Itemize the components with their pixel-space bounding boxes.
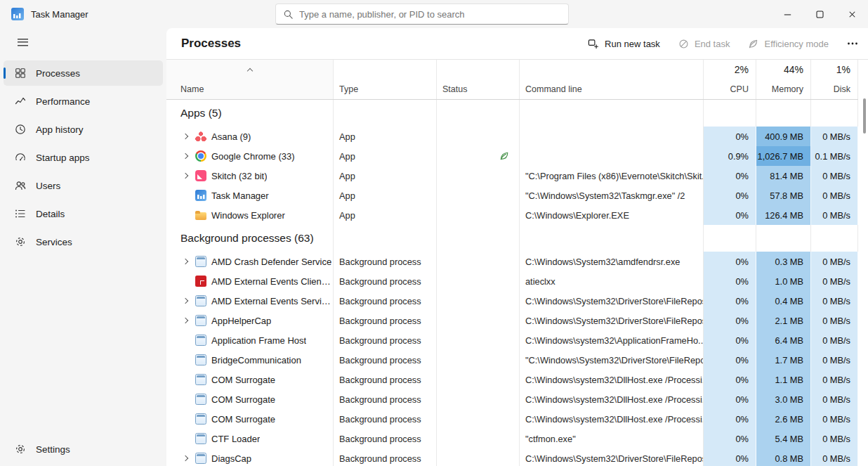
process-row[interactable]: AMD Crash Defender Service Background pr… <box>166 252 858 271</box>
process-name-cell: Skitch (32 bit) <box>166 166 334 186</box>
process-row[interactable]: Task Manager App "C:\Windows\System32\Ta… <box>166 186 858 205</box>
process-group-header[interactable]: Apps (5) <box>166 100 858 127</box>
process-row[interactable]: Skitch (32 bit) App "C:\Program Files (x… <box>166 166 858 186</box>
efficiency-mode-button[interactable]: Efficiency mode <box>748 39 829 49</box>
process-memory: 5.4 MB <box>756 429 811 448</box>
process-command-line: C:\Windows\Explorer.EXE <box>520 205 704 225</box>
chrome-icon <box>195 150 206 162</box>
sidebar-item-settings[interactable]: Settings <box>4 436 70 462</box>
expand-chevron-icon[interactable] <box>180 299 190 303</box>
expand-chevron-icon[interactable] <box>180 259 190 264</box>
search-input[interactable] <box>299 9 561 20</box>
process-row[interactable]: COM Surrogate Background process C:\Wind… <box>166 370 858 389</box>
process-row[interactable]: AppHelperCap Background process C:\Windo… <box>166 311 858 330</box>
process-row[interactable]: AMD External Events Service ... Backgrou… <box>166 291 858 311</box>
column-header-command-line[interactable]: Command line <box>520 60 704 99</box>
expand-chevron-icon[interactable] <box>180 154 190 158</box>
process-memory: 1.7 MB <box>756 350 811 370</box>
process-row[interactable]: DiagsCap Background process C:\Windows\S… <box>166 448 858 466</box>
process-row[interactable]: COM Surrogate Background process C:\Wind… <box>166 409 858 429</box>
column-header-name[interactable]: Name <box>166 60 334 99</box>
scrollbar-thumb[interactable] <box>863 98 866 134</box>
expand-chevron-icon[interactable] <box>180 134 190 138</box>
process-status <box>437 291 520 311</box>
group-cell <box>756 225 811 252</box>
processes-icon <box>15 67 26 79</box>
sidebar-item-label: Users <box>36 181 60 191</box>
sidebar-item-users[interactable]: Users <box>4 173 163 198</box>
process-status <box>437 186 520 205</box>
title-bar-left: Task Manager <box>0 8 88 20</box>
window-icon <box>195 315 206 326</box>
process-disk: 0.1 MB/s <box>811 146 858 166</box>
process-row[interactable]: Asana (9) App 0% 400.9 MB 0 MB/s <box>166 127 858 146</box>
sidebar-item-processes[interactable]: Processes <box>4 60 163 86</box>
group-cell <box>520 100 704 127</box>
group-cell <box>520 225 704 252</box>
run-new-task-icon <box>588 38 599 49</box>
sidebar-item-label: Services <box>36 237 72 247</box>
sidebar-item-app-history[interactable]: App history <box>4 117 163 142</box>
process-row[interactable]: CTF Loader Background process "ctfmon.ex… <box>166 429 858 448</box>
process-memory: 81.4 MB <box>756 166 811 186</box>
process-group-header[interactable]: Background processes (63) <box>166 225 858 252</box>
column-header-disk[interactable]: 1% Disk <box>811 60 858 99</box>
window-icon <box>195 394 206 405</box>
search-box[interactable] <box>275 4 569 25</box>
column-header-status[interactable]: Status <box>437 60 520 99</box>
process-name: AMD External Events Service ... <box>211 296 333 306</box>
expand-chevron-icon[interactable] <box>180 174 190 178</box>
search-icon <box>283 9 294 20</box>
skitch-icon <box>195 170 206 181</box>
process-disk: 0 MB/s <box>811 330 858 350</box>
process-row[interactable]: COM Surrogate Background process C:\Wind… <box>166 389 858 409</box>
task-manager-icon <box>195 190 206 201</box>
end-task-button[interactable]: End task <box>678 39 730 49</box>
process-name: Task Manager <box>211 190 269 201</box>
column-header-type[interactable]: Type <box>334 60 437 99</box>
column-header-memory[interactable]: 44% Memory <box>756 60 811 99</box>
hamburger-icon <box>18 39 28 46</box>
sidebar-item-label: Details <box>36 209 65 219</box>
process-status <box>437 311 520 330</box>
process-row[interactable]: BridgeCommunication Background process "… <box>166 350 858 370</box>
sidebar-item-label: Settings <box>36 444 70 455</box>
process-type: App <box>334 186 437 205</box>
window-controls <box>771 0 868 28</box>
run-new-task-button[interactable]: Run new task <box>588 38 660 49</box>
page-header: Processes Run new task End task Efficien… <box>166 28 868 60</box>
process-name: AMD External Events Client M... <box>211 276 333 287</box>
sidebar-item-services[interactable]: Services <box>4 229 163 254</box>
sidebar-item-label: Performance <box>36 96 90 107</box>
process-name: AMD Crash Defender Service <box>211 257 331 267</box>
process-row[interactable]: Google Chrome (33) App 0.9% 1,026.7 MB 0… <box>166 146 858 166</box>
process-cpu: 0% <box>704 389 756 409</box>
close-button[interactable] <box>836 0 868 28</box>
process-status <box>437 330 520 350</box>
process-row[interactable]: Windows Explorer App C:\Windows\Explorer… <box>166 205 858 225</box>
process-name-cell: COM Surrogate <box>166 370 334 389</box>
process-memory: 1.0 MB <box>756 271 811 291</box>
process-status <box>437 146 520 166</box>
maximize-button[interactable] <box>803 0 836 28</box>
menu-button[interactable] <box>10 31 35 53</box>
column-header-cpu[interactable]: 2% CPU <box>704 60 756 99</box>
process-name: CTF Loader <box>211 434 260 444</box>
sidebar-item-performance[interactable]: Performance <box>4 89 163 114</box>
process-row[interactable]: Application Frame Host Background proces… <box>166 330 858 350</box>
minimize-button[interactable] <box>771 0 803 28</box>
process-type: Background process <box>334 429 437 448</box>
sidebar-item-startup-apps[interactable]: Startup apps <box>4 145 163 170</box>
efficiency-mode-label: Efficiency mode <box>764 39 829 49</box>
process-cpu: 0% <box>704 370 756 389</box>
process-disk: 0 MB/s <box>811 166 858 186</box>
process-command-line: C:\Windows\System32\DriverStore\FileRepo… <box>520 291 704 311</box>
efficiency-leaf-icon <box>499 151 509 161</box>
sidebar-item-details[interactable]: Details <box>4 201 163 226</box>
vertical-scrollbar[interactable] <box>862 63 867 463</box>
more-options-button[interactable] <box>847 38 858 49</box>
process-row[interactable]: AMD External Events Client M... Backgrou… <box>166 271 858 291</box>
process-status <box>437 429 520 448</box>
expand-chevron-icon[interactable] <box>180 318 190 323</box>
expand-chevron-icon[interactable] <box>180 456 190 460</box>
